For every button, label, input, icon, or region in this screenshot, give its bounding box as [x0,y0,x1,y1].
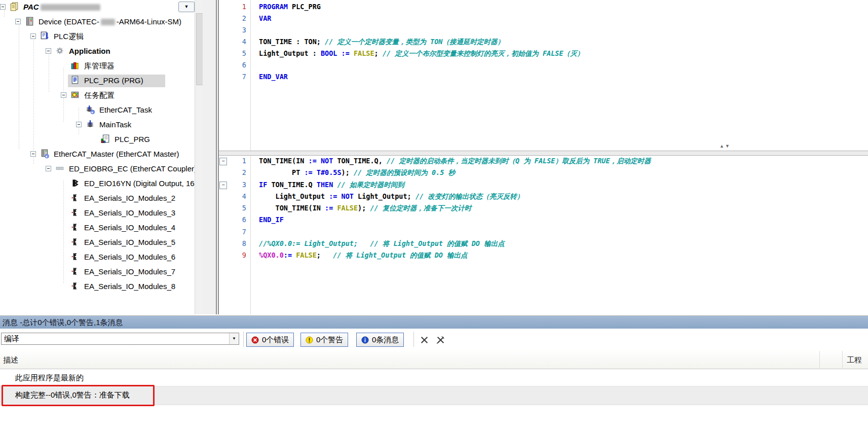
message-row[interactable]: 此应用程序是最新的 [0,369,868,386]
tree-item-label: PAC [23,3,102,11]
line-number: 2 [226,167,246,178]
ea-serials-4-icon [70,223,80,232]
plc-prg-call-icon [101,134,110,144]
tree-item-ethercat-master[interactable]: EtherCAT_Master (EtherCAT Master) [0,149,195,163]
tree-item-ethercat-task[interactable]: EtherCAT_Task [0,105,195,119]
tree-item-project[interactable]: PAC [0,2,195,16]
collapse-expander-icon[interactable] [15,19,21,24]
line-number: 1 [226,156,246,166]
line-number: 7 [226,72,246,82]
tree-item-main-task[interactable]: MainTask [0,120,195,133]
tree-item-device[interactable]: Device (EDATEC--ARM64-Linux-SM) [0,17,195,30]
tree-item-label: EtherCAT_Master (EtherCAT Master) [54,150,179,158]
code-line-3[interactable]: −3IF TON_TIME.Q THEN // 如果定时器时间到 [219,180,868,191]
tree-item-label: Device (EDATEC--ARM64-Linux-SM) [39,17,181,26]
ethercat-master-icon [40,149,49,158]
chevron-down-icon[interactable]: ▼ [229,333,239,344]
tree-item-ea-serials-6[interactable]: EA_Serials_IO_Modules_6 [0,252,195,266]
clear-x-icon [420,336,429,344]
toolbar-separator [243,332,244,347]
code-text: TON_TIME(IN := NOT TON_TIME.Q, // 定时器的启动… [259,156,651,166]
project-column-header[interactable]: 工程 [847,355,862,365]
collapse-expander-icon[interactable] [46,166,51,171]
task-config-icon [70,90,80,99]
code-line-4[interactable]: 4 Light_Output := NOT Light_Output; // 改… [219,191,868,203]
code-text: TON_TIME(IN := FALSE); // 复位定时器，准备下一次计时 [259,203,471,213]
code-text: VAR [259,13,271,24]
collapse-expander-icon[interactable] [0,4,6,10]
code-line-1[interactable]: 1PROGRAM PLC_PRG [219,2,868,13]
code-line-6[interactable]: 6END_IF [219,214,868,226]
code-line-6[interactable]: 6 [219,60,868,72]
device-tree[interactable]: PACDevice (EDATEC--ARM64-Linux-SM)PLC逻辑A… [0,0,195,314]
tree-item-ea-serials-8[interactable]: EA_Serials_IO_Modules_8 [0,281,195,295]
device-icon [25,17,34,26]
tree-item-ed-eio16yn[interactable]: ED_EIO16YN (Digital Output, 16 C [0,178,195,192]
tree-item-ea-serials-3[interactable]: EA_Serials_IO_Modules_3 [0,208,195,222]
messages-titlebar[interactable]: 消息 -总计0个错误,0个警告,1条消息 [0,315,868,329]
tree-item-plc-logic[interactable]: PLC逻辑 [0,31,195,45]
tree-item-ea-serials-2[interactable]: EA_Serials_IO_Modules_2 [0,193,195,207]
scrollbar-thumb[interactable] [196,13,203,85]
editor-splitter-arrows-icon[interactable]: ▲▼ [720,144,731,149]
code-line-9[interactable]: 9%QX0.0:= FALSE; // 将 Light_Output 的值赋 D… [219,250,868,262]
tree-item-ea-serials-5[interactable]: EA_Serials_IO_Modules_5 [0,237,195,251]
ea-serials-2-icon [70,193,80,202]
description-column-header[interactable]: 描述 [3,355,18,365]
annotation-highlight-box [2,385,155,406]
tree-item-label: EA_Serials_IO_Modules_3 [84,208,175,217]
tree-item-plc-prg[interactable]: PLC_PRG (PRG) [0,76,195,89]
tree-item-library-manager[interactable]: 库管理器 [0,61,195,75]
column-separator[interactable] [819,351,820,368]
tree-item-label: EtherCAT_Task [99,105,152,114]
tree-item-ea-serials-4[interactable]: EA_Serials_IO_Modules_4 [0,223,195,236]
code-line-1[interactable]: −1TON_TIME(IN := NOT TON_TIME.Q, // 定时器的… [219,156,868,167]
code-text: Light_Output := NOT Light_Output; // 改变灯… [259,191,523,202]
clear-all-messages-button[interactable] [434,334,447,346]
tree-item-task-config[interactable]: 任务配置 [0,90,195,104]
tree-scrollbar[interactable] [195,0,203,314]
line-number: 5 [226,203,246,213]
tree-item-label: 任务配置 [84,91,115,100]
tree-item-ed-eiobrg-ec[interactable]: ED_EIOBRG_EC (EtherCAT Coupler) [0,164,195,177]
line-number: 6 [226,60,246,70]
collapse-expander-icon[interactable] [30,151,36,157]
panel-gap [203,0,216,314]
code-line-2[interactable]: 2VAR [219,13,868,25]
line-number: 2 [226,13,246,24]
st-editor[interactable]: ▲▼ 1PROGRAM PLC_PRG2VAR34TON_TIME : TON;… [219,0,868,314]
code-line-3[interactable]: 3 [219,25,868,37]
collapse-expander-icon[interactable] [61,92,66,98]
code-line-8[interactable]: 8//%QX0.0:= Light_Output; // 将 Light_Out… [219,238,868,250]
collapse-expander-icon[interactable] [76,122,82,127]
error-icon [251,336,259,344]
tree-item-plc-prg-call[interactable]: PLC_PRG [0,134,195,148]
redacted-text [101,19,115,25]
tree-dropdown-button[interactable]: ▼ [178,2,195,12]
errors-filter-button[interactable]: 0个错误 [246,333,294,347]
collapse-expander-icon[interactable] [46,48,51,54]
tree-item-application[interactable]: Application [0,46,195,60]
info-icon [361,336,369,344]
tree-item-label: MainTask [99,120,131,129]
code-line-2[interactable]: 2 PT := T#0.5S); // 定时器的预设时间为 0.5 秒 [219,167,868,179]
code-line-7[interactable]: 7END_VAR [219,72,868,83]
project-icon [10,2,19,11]
clear-message-button[interactable] [418,334,431,346]
column-separator[interactable] [842,351,843,368]
messages-filter-button[interactable]: 0条消息 [356,333,404,347]
message-category-select[interactable]: 编译 ▼ [1,333,239,345]
message-category-value: 编译 [4,334,19,343]
code-line-5[interactable]: 5 TON_TIME(IN := FALSE); // 复位定时器，准备下一次计… [219,203,868,214]
tree-item-ea-serials-7[interactable]: EA_Serials_IO_Modules_7 [0,267,195,280]
message-text: 此应用程序是最新的 [15,373,84,383]
line-number: 3 [226,25,246,35]
message-grid-header: 描述 工程 [0,350,868,369]
code-line-7[interactable]: 7 [219,227,868,238]
collapse-expander-icon[interactable] [30,33,36,39]
editor-splitter[interactable] [219,151,868,156]
code-text: //%QX0.0:= Light_Output; // 将 Light_Outp… [259,238,505,249]
code-line-5[interactable]: 5Light_Output : BOOL := FALSE; // 定义一个布尔… [219,48,868,60]
code-line-4[interactable]: 4TON_TIME : TON; // 定义一个定时器变量，类型为 TON（接通… [219,37,868,48]
warnings-filter-button[interactable]: 0个警告 [300,333,348,347]
